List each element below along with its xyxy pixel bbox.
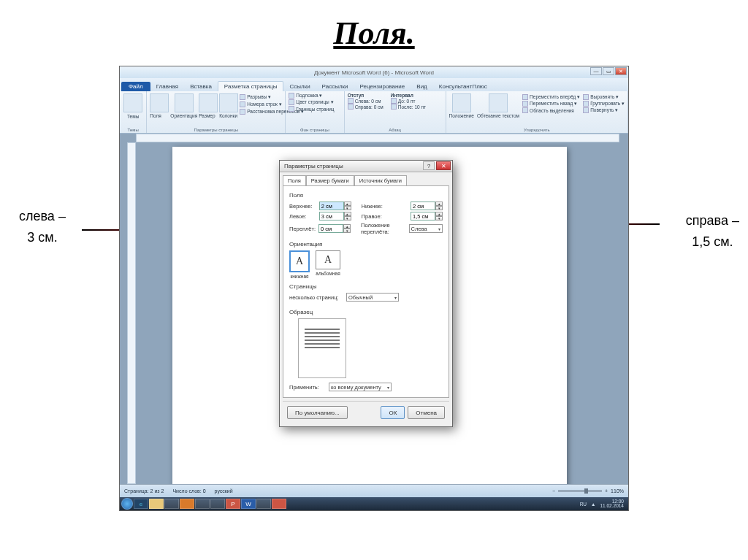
themes-label: Темы [123,114,143,119]
window-title: Документ Microsoft Word (6) - Microsoft … [314,69,434,76]
status-page[interactable]: Страница: 2 из 2 [124,488,164,494]
wrap-text-button[interactable] [489,93,508,112]
selection-pane-button[interactable]: Область выделения [522,107,580,113]
taskbar-word-icon[interactable]: W [241,499,256,509]
file-tab[interactable]: Файл [121,82,150,91]
pages-section-label: Страницы [289,283,443,290]
annotation-right: справа – 1,5 см. [686,210,739,253]
taskbar-app-icon[interactable] [164,499,179,509]
align-dropdown[interactable]: Выровнять ▾ [583,94,625,100]
tab-consultant-plus[interactable]: КонсультантПлюс [433,82,493,91]
gutter-pos-label: Положение переплёта: [361,222,406,235]
dialog-titlebar[interactable]: Параметры страницы ? ✕ [280,161,452,172]
right-margin-label: Правое: [362,213,408,220]
position-button[interactable] [452,93,471,112]
ribbon-group-page-setup: Поля Ориентация Размер Колонки Разрывы ▾… [147,91,286,133]
zoom-control[interactable]: −+ 110% [552,488,624,494]
margins-button[interactable] [150,93,169,112]
tab-insert[interactable]: Вставка [184,82,218,91]
multi-pages-label: несколько страниц: [289,294,343,301]
document-area: Параметры страницы ? ✕ Поля Размер бумаг… [120,134,628,484]
maximize-button[interactable]: ▭ [603,67,614,75]
margins-section-label: Поля [289,192,443,199]
page-setup-dialog: Параметры страницы ? ✕ Поля Размер бумаг… [279,160,453,427]
status-words[interactable]: Число слов: 0 [172,488,205,494]
tab-view[interactable]: Вид [411,82,432,91]
dialog-help-button[interactable]: ? [423,161,435,170]
status-lang[interactable]: русский [215,488,233,494]
tab-page-layout[interactable]: Разметка страницы [218,81,284,91]
zoom-value: 110% [611,488,624,494]
group-dropdown[interactable]: Группировать ▾ [583,101,625,107]
minimize-button[interactable]: — [590,67,602,75]
taskbar: e P W RU ▲ 12:00 11.02.2014 [120,497,628,510]
cancel-button[interactable]: Отмена [408,406,445,419]
spacing-after-input[interactable]: После: 10 пт [391,104,426,110]
ribbon-group-arrange: Положение Обтекание текстом Переместить … [446,91,629,133]
statusbar: Страница: 2 из 2 Число слов: 0 русский −… [120,484,628,497]
columns-button[interactable] [219,93,238,112]
gutter-input[interactable]: ▴▾ [318,224,351,233]
tab-review[interactable]: Рецензирование [354,82,411,91]
apply-to-select[interactable]: ко всему документу▾ [329,383,392,391]
tab-home[interactable]: Главная [150,82,184,91]
horizontal-ruler[interactable] [136,134,619,142]
watermark-dropdown[interactable]: Подложка ▾ [289,93,340,99]
themes-button[interactable] [123,93,142,112]
page-borders-button[interactable]: Границы страниц [289,106,340,112]
system-tray[interactable]: RU ▲ 12:00 11.02.2014 [580,499,627,509]
preview-box [298,318,346,378]
send-backward-dropdown[interactable]: Переместить назад ▾ [522,101,580,107]
apply-to-label: Применить: [289,384,326,391]
page-color-dropdown[interactable]: Цвет страницы ▾ [289,99,340,105]
rotate-dropdown[interactable]: Повернуть ▾ [583,107,625,113]
taskbar-ie-icon[interactable]: e [134,499,148,509]
ribbon-group-page-background: Подложка ▾ Цвет страницы ▾ Границы стран… [286,91,344,133]
start-button[interactable] [121,498,133,510]
right-margin-input[interactable]: ▴▾ [411,212,443,220]
ribbon: Темы Темы Поля Ориентация Размер Колонки… [120,91,628,134]
left-margin-input[interactable]: ▴▾ [319,212,351,220]
gutter-pos-select[interactable]: Слева▾ [409,224,443,233]
indent-right-input[interactable]: Справа: 0 см [348,104,383,110]
ribbon-group-paragraph: Отступ Слева: 0 см Справа: 0 см Интервал… [345,91,446,133]
orientation-section-label: Ориентация [289,241,443,248]
multi-pages-select[interactable]: Обычный▾ [346,293,399,302]
dialog-title: Параметры страницы [284,163,343,169]
dialog-tab-layout[interactable]: Источник бумаги [354,175,407,185]
top-margin-input[interactable]: ▴▾ [319,202,351,210]
orientation-portrait[interactable]: Aкнижная [289,250,310,279]
left-margin-label: Левое: [289,213,316,220]
bottom-margin-label: Нижнее: [362,203,408,210]
taskbar-app4-icon[interactable] [256,499,271,509]
ribbon-tabs: Файл Главная Вставка Разметка страницы С… [120,78,628,91]
bottom-margin-input[interactable]: ▴▾ [411,202,443,210]
spacing-before-input[interactable]: До: 0 пт [391,98,426,104]
taskbar-app5-icon[interactable] [272,499,286,509]
close-button[interactable]: ✕ [615,67,627,75]
ok-button[interactable]: ОК [381,406,405,419]
bring-forward-dropdown[interactable]: Переместить вперёд ▾ [522,94,580,100]
default-button[interactable]: По умолчанию... [287,406,348,419]
dialog-tab-margins[interactable]: Поля [283,175,306,185]
dialog-tab-paper[interactable]: Размер бумаги [306,175,354,185]
orientation-button[interactable] [175,93,194,112]
dialog-close-button[interactable]: ✕ [436,161,451,170]
word-window: Документ Microsoft Word (6) - Microsoft … [119,66,629,511]
taskbar-explorer-icon[interactable] [149,499,164,509]
tray-date: 11.02.2014 [600,504,624,509]
tray-lang[interactable]: RU [580,502,587,507]
taskbar-app3-icon[interactable] [210,499,225,509]
titlebar: Документ Microsoft Word (6) - Microsoft … [120,66,628,78]
taskbar-app2-icon[interactable] [195,499,210,509]
vertical-ruler[interactable] [127,142,136,484]
orientation-landscape[interactable]: Aальбомная [316,250,340,279]
indent-left-input[interactable]: Слева: 0 см [348,98,383,104]
slide-title: Поля. [0,0,748,52]
taskbar-firefox-icon[interactable] [180,499,194,509]
taskbar-powerpoint-icon[interactable]: P [226,499,240,509]
size-button[interactable] [199,93,218,112]
annotation-left: слева – 3 см. [19,206,66,248]
tab-references[interactable]: Ссылки [283,82,316,91]
tab-mailings[interactable]: Рассылки [316,82,354,91]
